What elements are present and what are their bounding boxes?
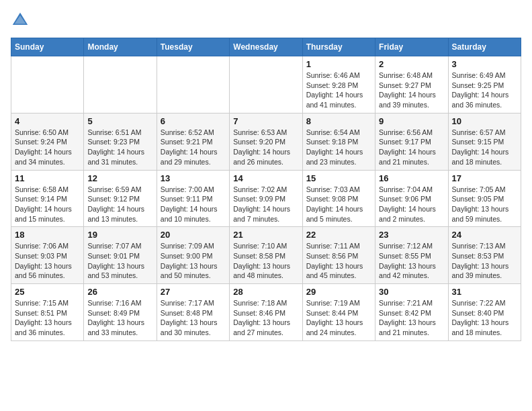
calendar-cell: 22Sunrise: 7:11 AM Sunset: 8:56 PM Dayli… [302, 227, 375, 284]
calendar-body: 1Sunrise: 6:46 AM Sunset: 9:28 PM Daylig… [11, 56, 521, 341]
calendar-cell [11, 56, 84, 113]
day-info: Sunrise: 6:58 AM Sunset: 9:14 PM Dayligh… [15, 185, 80, 224]
calendar-cell: 2Sunrise: 6:48 AM Sunset: 9:27 PM Daylig… [375, 56, 448, 113]
day-number: 2 [379, 59, 444, 69]
day-number: 25 [15, 287, 80, 297]
day-number: 10 [452, 116, 517, 126]
calendar-cell: 5Sunrise: 6:51 AM Sunset: 9:23 PM Daylig… [84, 113, 157, 170]
day-number: 7 [233, 116, 298, 126]
calendar-cell: 29Sunrise: 7:19 AM Sunset: 8:44 PM Dayli… [302, 284, 375, 341]
calendar-week-1: 4Sunrise: 6:50 AM Sunset: 9:24 PM Daylig… [11, 113, 521, 170]
page-header [11, 11, 521, 30]
calendar-header: SundayMondayTuesdayWednesdayThursdayFrid… [11, 38, 521, 56]
calendar-week-2: 11Sunrise: 6:58 AM Sunset: 9:14 PM Dayli… [11, 170, 521, 227]
logo [11, 11, 32, 30]
day-number: 6 [161, 116, 226, 126]
calendar-cell: 3Sunrise: 6:49 AM Sunset: 9:25 PM Daylig… [448, 56, 521, 113]
day-info: Sunrise: 6:49 AM Sunset: 9:25 PM Dayligh… [452, 71, 517, 110]
calendar-cell: 20Sunrise: 7:09 AM Sunset: 9:00 PM Dayli… [157, 227, 229, 284]
calendar-cell: 12Sunrise: 6:59 AM Sunset: 9:12 PM Dayli… [84, 170, 157, 227]
logo-icon [11, 11, 30, 30]
day-number: 26 [87, 287, 152, 297]
calendar-cell: 23Sunrise: 7:12 AM Sunset: 8:55 PM Dayli… [375, 227, 448, 284]
calendar-cell: 14Sunrise: 7:02 AM Sunset: 9:09 PM Dayli… [230, 170, 302, 227]
day-number: 23 [379, 230, 444, 240]
calendar-cell: 6Sunrise: 6:52 AM Sunset: 9:21 PM Daylig… [157, 113, 229, 170]
calendar-cell: 10Sunrise: 6:57 AM Sunset: 9:15 PM Dayli… [448, 113, 521, 170]
calendar-cell: 19Sunrise: 7:07 AM Sunset: 9:01 PM Dayli… [84, 227, 157, 284]
weekday-header-sunday: Sunday [11, 38, 84, 56]
day-number: 1 [306, 59, 371, 69]
day-info: Sunrise: 7:09 AM Sunset: 9:00 PM Dayligh… [161, 241, 226, 281]
day-info: Sunrise: 6:54 AM Sunset: 9:18 PM Dayligh… [306, 128, 371, 167]
calendar-cell: 15Sunrise: 7:03 AM Sunset: 9:08 PM Dayli… [302, 170, 375, 227]
day-number: 8 [306, 116, 371, 126]
calendar-cell: 27Sunrise: 7:17 AM Sunset: 8:48 PM Dayli… [157, 284, 229, 341]
day-info: Sunrise: 6:56 AM Sunset: 9:17 PM Dayligh… [379, 128, 444, 167]
day-number: 19 [87, 230, 152, 240]
day-info: Sunrise: 7:17 AM Sunset: 8:48 PM Dayligh… [161, 298, 226, 338]
weekday-header-row: SundayMondayTuesdayWednesdayThursdayFrid… [11, 38, 521, 56]
calendar-cell: 1Sunrise: 6:46 AM Sunset: 9:28 PM Daylig… [302, 56, 375, 113]
calendar-cell: 21Sunrise: 7:10 AM Sunset: 8:58 PM Dayli… [230, 227, 302, 284]
day-number: 31 [452, 287, 517, 297]
day-number: 17 [452, 173, 517, 183]
calendar-table: SundayMondayTuesdayWednesdayThursdayFrid… [11, 38, 521, 341]
day-info: Sunrise: 7:12 AM Sunset: 8:55 PM Dayligh… [379, 241, 444, 281]
day-number: 11 [15, 173, 80, 183]
day-number: 15 [306, 173, 371, 183]
calendar-week-0: 1Sunrise: 6:46 AM Sunset: 9:28 PM Daylig… [11, 56, 521, 113]
day-info: Sunrise: 6:52 AM Sunset: 9:21 PM Dayligh… [161, 128, 226, 167]
calendar-cell: 8Sunrise: 6:54 AM Sunset: 9:18 PM Daylig… [302, 113, 375, 170]
day-number: 28 [233, 287, 298, 297]
day-info: Sunrise: 7:04 AM Sunset: 9:06 PM Dayligh… [379, 185, 444, 224]
calendar-cell: 26Sunrise: 7:16 AM Sunset: 8:49 PM Dayli… [84, 284, 157, 341]
day-info: Sunrise: 7:05 AM Sunset: 9:05 PM Dayligh… [452, 185, 517, 224]
day-info: Sunrise: 6:57 AM Sunset: 9:15 PM Dayligh… [452, 128, 517, 167]
calendar-cell: 31Sunrise: 7:22 AM Sunset: 8:40 PM Dayli… [448, 284, 521, 341]
calendar-cell [230, 56, 302, 113]
day-info: Sunrise: 7:03 AM Sunset: 9:08 PM Dayligh… [306, 185, 371, 224]
day-number: 18 [15, 230, 80, 240]
calendar-cell: 11Sunrise: 6:58 AM Sunset: 9:14 PM Dayli… [11, 170, 84, 227]
day-number: 30 [379, 287, 444, 297]
day-info: Sunrise: 7:16 AM Sunset: 8:49 PM Dayligh… [87, 298, 152, 338]
day-info: Sunrise: 7:13 AM Sunset: 8:53 PM Dayligh… [452, 241, 517, 281]
day-info: Sunrise: 7:22 AM Sunset: 8:40 PM Dayligh… [452, 298, 517, 338]
day-info: Sunrise: 7:21 AM Sunset: 8:42 PM Dayligh… [379, 298, 444, 338]
calendar-cell: 7Sunrise: 6:53 AM Sunset: 9:20 PM Daylig… [230, 113, 302, 170]
calendar-cell: 4Sunrise: 6:50 AM Sunset: 9:24 PM Daylig… [11, 113, 84, 170]
day-number: 3 [452, 59, 517, 69]
calendar-cell: 9Sunrise: 6:56 AM Sunset: 9:17 PM Daylig… [375, 113, 448, 170]
day-number: 14 [233, 173, 298, 183]
day-info: Sunrise: 6:53 AM Sunset: 9:20 PM Dayligh… [233, 128, 298, 167]
day-info: Sunrise: 6:50 AM Sunset: 9:24 PM Dayligh… [15, 128, 80, 167]
calendar-cell: 25Sunrise: 7:15 AM Sunset: 8:51 PM Dayli… [11, 284, 84, 341]
calendar-cell: 30Sunrise: 7:21 AM Sunset: 8:42 PM Dayli… [375, 284, 448, 341]
calendar-cell: 16Sunrise: 7:04 AM Sunset: 9:06 PM Dayli… [375, 170, 448, 227]
calendar-cell: 18Sunrise: 7:06 AM Sunset: 9:03 PM Dayli… [11, 227, 84, 284]
weekday-header-saturday: Saturday [448, 38, 521, 56]
day-info: Sunrise: 6:51 AM Sunset: 9:23 PM Dayligh… [87, 128, 152, 167]
calendar-cell: 17Sunrise: 7:05 AM Sunset: 9:05 PM Dayli… [448, 170, 521, 227]
day-number: 12 [87, 173, 152, 183]
day-info: Sunrise: 7:10 AM Sunset: 8:58 PM Dayligh… [233, 241, 298, 281]
day-info: Sunrise: 7:02 AM Sunset: 9:09 PM Dayligh… [233, 185, 298, 224]
day-number: 4 [15, 116, 80, 126]
day-number: 24 [452, 230, 517, 240]
calendar-cell [84, 56, 157, 113]
day-info: Sunrise: 7:11 AM Sunset: 8:56 PM Dayligh… [306, 241, 371, 281]
day-info: Sunrise: 7:19 AM Sunset: 8:44 PM Dayligh… [306, 298, 371, 338]
calendar-cell [157, 56, 229, 113]
day-info: Sunrise: 7:15 AM Sunset: 8:51 PM Dayligh… [15, 298, 80, 338]
day-info: Sunrise: 6:59 AM Sunset: 9:12 PM Dayligh… [87, 185, 152, 224]
weekday-header-thursday: Thursday [302, 38, 375, 56]
day-info: Sunrise: 7:18 AM Sunset: 8:46 PM Dayligh… [233, 298, 298, 338]
calendar-week-4: 25Sunrise: 7:15 AM Sunset: 8:51 PM Dayli… [11, 284, 521, 341]
day-info: Sunrise: 7:00 AM Sunset: 9:11 PM Dayligh… [161, 185, 226, 224]
day-number: 9 [379, 116, 444, 126]
day-info: Sunrise: 6:46 AM Sunset: 9:28 PM Dayligh… [306, 71, 371, 110]
day-number: 5 [87, 116, 152, 126]
calendar-week-3: 18Sunrise: 7:06 AM Sunset: 9:03 PM Dayli… [11, 227, 521, 284]
weekday-header-tuesday: Tuesday [157, 38, 229, 56]
